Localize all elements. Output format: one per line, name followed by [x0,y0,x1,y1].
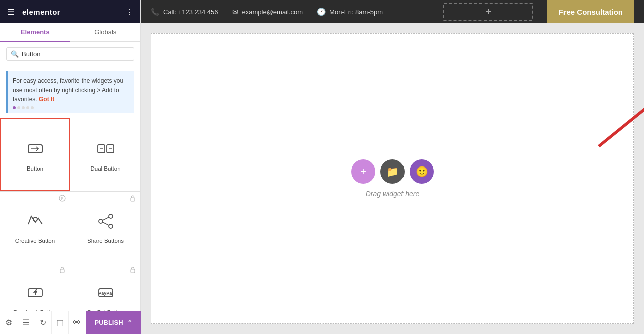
hamburger-icon[interactable]: ☰ [7,7,14,17]
facebook-button-widget-icon [26,284,44,305]
canvas-topbar: 📞 Call: +123 234 456 ✉ example@email.com… [141,0,644,23]
publish-button[interactable]: PUBLISH ⌃ [86,311,141,335]
folder-drop-icon[interactable]: 📁 [380,159,405,184]
publish-label: PUBLISH [94,319,123,326]
preview-icon-btn[interactable]: 👁 [69,311,86,335]
add-section-button[interactable]: + [443,3,533,21]
bottom-icons: ⚙ ☰ ↻ ◫ 👁 [0,311,86,335]
paypal-button-widget-icon: PayPal [97,284,115,305]
clock-icon: 🕐 [317,8,326,16]
dot-3 [22,106,25,109]
widget-share-buttons[interactable]: Share Buttons [70,192,140,263]
email-info: ✉ example@email.com [232,8,303,16]
facebook-button-lock-badge [59,266,66,275]
dot-2 [17,106,20,109]
widgets-grid: Button Dual Button P [0,118,140,334]
info-dots [13,106,129,109]
info-text: For easy access, favorite the widgets yo… [13,77,123,103]
layers-icon-btn[interactable]: ☰ [17,311,34,335]
search-icon: 🔍 [11,50,19,58]
got-it-link[interactable]: Got It [39,96,54,103]
svg-line-12 [103,217,109,220]
svg-rect-16 [131,269,135,273]
grid-icon[interactable]: ⋮ [125,7,133,17]
hours-text: Mon-Fri: 8am-5pm [329,8,383,16]
dot-1 [13,106,16,109]
phone-text: Call: +123 234 456 [163,8,218,16]
dual-button-widget-icon [97,140,115,161]
add-section-icon: + [486,6,492,18]
free-consultation-label: Free Consultation [558,8,623,16]
dual-button-label: Dual Button [90,165,120,172]
widget-dual-button[interactable]: Dual Button [70,118,140,191]
drop-zone: + 📁 🙂 Drag widget here [351,159,434,198]
creative-button-label: Creative Button [15,238,55,244]
dot-5 [31,106,34,109]
dot-4 [26,106,29,109]
svg-rect-14 [60,269,64,273]
history-icon-btn[interactable]: ↻ [34,311,51,335]
widget-button[interactable]: Button [0,118,70,191]
drop-zone-text: Drag widget here [366,190,420,198]
share-buttons-widget-icon [97,212,115,234]
button-widget-label: Button [27,165,43,172]
svg-rect-8 [131,198,135,201]
creative-button-widget-icon [26,212,44,234]
search-input[interactable] [22,50,130,58]
hours-info: 🕐 Mon-Fri: 8am-5pm [317,8,383,16]
publish-chevron-icon: ⌃ [127,319,132,326]
main-canvas: 📞 Call: +123 234 456 ✉ example@email.com… [141,0,644,334]
svg-point-9 [109,214,113,218]
button-widget-icon [26,140,44,161]
sidebar-search: 🔍 [0,42,140,66]
search-wrapper: 🔍 [6,47,134,61]
phone-icon: 📞 [151,8,159,16]
creative-button-pro-badge: P [59,195,66,203]
email-icon: ✉ [232,8,238,16]
phone-info: 📞 Call: +123 234 456 [151,8,218,16]
paypal-button-lock-badge [129,266,136,275]
drop-zone-icons: + 📁 🙂 [351,159,434,184]
svg-point-10 [109,224,113,228]
share-buttons-label: Share Buttons [87,238,124,244]
canvas-content: + 📁 🙂 Drag widget here [141,23,644,334]
svg-text:P: P [61,197,64,200]
page-area: + 📁 🙂 Drag widget here [151,33,634,324]
info-box: For easy access, favorite the widgets yo… [6,71,134,113]
tab-globals[interactable]: Globals [70,23,141,42]
free-consultation-button[interactable]: Free Consultation [547,0,634,23]
widget-creative-button[interactable]: P Creative Button [0,192,70,263]
tab-elements[interactable]: Elements [0,23,70,42]
share-buttons-lock-badge [129,195,136,203]
svg-line-13 [103,222,109,225]
responsive-icon-btn[interactable]: ◫ [52,311,69,335]
sidebar-topbar-icons: ☰ elementor [7,7,60,17]
sidebar-topbar: ☰ elementor ⋮ [0,0,140,23]
svg-text:PayPal: PayPal [98,291,113,296]
email-text: example@email.com [242,8,303,16]
smile-drop-icon[interactable]: 🙂 [410,159,434,184]
sidebar-tabs: Elements Globals [0,23,140,42]
add-drop-icon[interactable]: + [351,159,375,184]
brand-logo: elementor [22,8,60,16]
settings-icon-btn[interactable]: ⚙ [0,311,17,335]
bottom-bar: ⚙ ☰ ↻ ◫ 👁 PUBLISH ⌃ [0,311,141,334]
svg-point-11 [99,219,103,223]
sidebar: ☰ elementor ⋮ Elements Globals 🔍 For eas… [0,0,141,334]
